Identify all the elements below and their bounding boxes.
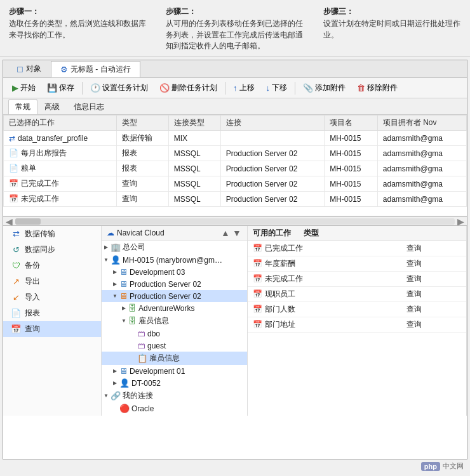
sidebar-item-query[interactable]: 📅 查询 [3, 321, 101, 337]
sub-tab-advanced[interactable]: 高级 [37, 99, 67, 114]
avail-icon-5: 📅 [253, 320, 262, 329]
toggle-0[interactable] [102, 243, 111, 252]
tree-node-5[interactable]: 🗄 AdventureWorks [102, 302, 247, 314]
save-label: 保存 [59, 83, 74, 93]
available-row-1[interactable]: 📅年度薪酬 查询 [248, 256, 466, 272]
task-row-icon: ⇄ [9, 134, 15, 143]
tree-node-icon-8: 🗃 [137, 341, 145, 350]
tree-node-11[interactable]: 👤 DT-0052 [102, 377, 247, 389]
table-row[interactable]: 📅未完成工作 查询 MSSQL Production Server 02 MH-… [4, 192, 467, 207]
avail-name-4: 📅部门人数 [248, 302, 401, 317]
scroll-thumb[interactable] [15, 218, 41, 225]
tree-node-4[interactable]: 🖥 Production Server 02 [102, 290, 247, 302]
task-name-cell: 📄粮单 [4, 161, 117, 176]
task-table: 已选择的工作 类型 连接类型 连接 项目名 项目拥有者 Nov ⇄data_tr… [3, 115, 467, 207]
set-schedule-button[interactable]: 🕐 设置任务计划 [85, 80, 153, 96]
tree-node-8[interactable]: 🗃 guest [102, 340, 247, 352]
available-row-5[interactable]: 📅部门地址 查询 [248, 317, 466, 333]
tab-autorun[interactable]: ⚙ 无标题 - 自动运行 [51, 61, 140, 77]
tree-node-12[interactable]: 🔗 我的连接 [102, 389, 247, 402]
task-table-area[interactable]: 已选择的工作 类型 连接类型 连接 项目名 项目拥有者 Nov ⇄data_tr… [3, 115, 467, 216]
move-up-button[interactable]: ↑ 上移 [228, 80, 260, 96]
tree-node-0[interactable]: 🏢 总公司 [102, 241, 247, 254]
task-proj-cell: MH-0015 [325, 146, 378, 161]
objects-icon: ◻ [17, 64, 24, 74]
tree-node-6[interactable]: 🗄 雇员信息 [102, 314, 247, 327]
add-attach-button[interactable]: 📎 添加附件 [298, 80, 351, 96]
toggle-2[interactable] [111, 268, 119, 277]
toggle-11[interactable] [111, 379, 119, 388]
tree-node-9[interactable]: 📋 雇员信息 [102, 352, 247, 365]
sidebar-label-data-sync: 数据同步 [25, 244, 55, 255]
tree-node-icon-2: 🖥 [119, 267, 128, 277]
tree-node-icon-5: 🗄 [128, 303, 137, 313]
table-row[interactable]: 📄每月出席报告 报表 MSSQL Production Server 02 MH… [4, 146, 467, 161]
toggle-1[interactable] [102, 256, 111, 265]
available-row-3[interactable]: 📅现职员工 查询 [248, 287, 466, 302]
sidebar-item-import[interactable]: ↙ 导入 [3, 289, 101, 305]
task-row-icon: 📅 [9, 194, 18, 203]
tree-node-label-1: MH-0015 (marybrown@gm… [123, 256, 247, 265]
task-owner-cell: adamsmith@gma [377, 131, 466, 146]
tree-node-2[interactable]: 🖥 Development 03 [102, 266, 247, 278]
sidebar-icon-data-transfer: ⇄ [11, 229, 21, 239]
bottom-panel: ⇄ 数据传输 ↺ 数据同步 🛡 备份 ↗ 导出 ↙ 导入 📄 报表 📅 查询 ☁… [3, 225, 467, 416]
available-row-4[interactable]: 📅部门人数 查询 [248, 302, 466, 317]
tree-node-10[interactable]: 🖥 Development 01 [102, 365, 247, 377]
avail-type-0: 查询 [401, 241, 466, 256]
available-table: 📅已完成工作 查询 📅年度薪酬 查询 📅未完成工作 查询 📅现职员工 查询 📅部… [248, 241, 466, 333]
tree-node-7[interactable]: 🗃 dbo [102, 327, 247, 340]
tree-node-icon-13: 🔴 [119, 404, 130, 413]
step-2-desc: 从可用的任务列表移动任务到已选择的任务列表，并设置在工作完成后传送电邮通知到指定… [166, 18, 304, 51]
sub-tab-log[interactable]: 信息日志 [67, 99, 111, 114]
table-row[interactable]: ⇄data_transfer_profile 数据传输 MIX MH-0015 … [4, 131, 467, 146]
toggle-10[interactable] [111, 367, 119, 376]
toggle-12[interactable] [102, 392, 111, 400]
tab-objects-label: 对象 [26, 63, 41, 74]
move-up-label: 上移 [239, 83, 255, 93]
del-schedule-button[interactable]: 🚫 删除任务计划 [154, 80, 222, 96]
available-row-0[interactable]: 📅已完成工作 查询 [248, 241, 466, 256]
sidebar-item-backup[interactable]: 🛡 备份 [3, 258, 101, 274]
sidebar-item-data-sync[interactable]: ↺ 数据同步 [3, 242, 101, 258]
toggle-6[interactable] [119, 317, 128, 326]
save-button[interactable]: 💾 保存 [42, 80, 79, 96]
task-type-cell: 数据传输 [116, 131, 168, 146]
sidebar-item-report[interactable]: 📄 报表 [3, 305, 101, 321]
main-window: ◻ 对象 ⚙ 无标题 - 自动运行 ▶ 开始 💾 保存 🕐 设置任务计划 [3, 60, 467, 459]
php-badge: php [421, 462, 440, 471]
tree-node-3[interactable]: 🖥 Production Server 02 [102, 278, 247, 290]
task-row-icon: 📄 [9, 149, 18, 157]
tree-panel: ☁ Navicat Cloud ▲ ▼ 🏢 总公司 👤 MH-0015 (mar… [102, 226, 248, 416]
del-schedule-label: 删除任务计划 [171, 83, 217, 93]
table-row[interactable]: 📄粮单 报表 MSSQL Production Server 02 MH-001… [4, 161, 467, 176]
move-down-button[interactable]: ↓ 下移 [261, 80, 293, 96]
tab-objects[interactable]: ◻ 对象 [7, 61, 51, 77]
move-up-icon: ↑ [233, 83, 238, 93]
available-col-type: 类型 [304, 228, 319, 239]
tree-node-1[interactable]: 👤 MH-0015 (marybrown@gm… [102, 254, 247, 266]
table-row[interactable]: 📅已完成工作 查询 MSSQL Production Server 02 MH-… [4, 176, 467, 192]
available-row-2[interactable]: 📅未完成工作 查询 [248, 272, 466, 287]
toggle-4[interactable] [111, 292, 119, 301]
start-label: 开始 [20, 83, 36, 93]
task-proj-cell: MH-0015 [325, 131, 378, 146]
toggle-5[interactable] [119, 304, 128, 313]
sidebar-item-export[interactable]: ↗ 导出 [3, 274, 101, 289]
remove-attach-button[interactable]: 🗑 移除附件 [352, 80, 403, 96]
task-row-icon: 📄 [9, 164, 18, 173]
tree-scroll-down[interactable]: ▼ [232, 228, 242, 238]
tree-node-13[interactable]: 🔴 Oracle [102, 402, 247, 414]
th-type: 类型 [116, 116, 168, 131]
start-button[interactable]: ▶ 开始 [7, 80, 41, 96]
toggle-3[interactable] [111, 280, 119, 289]
avail-type-3: 查询 [401, 287, 466, 302]
sidebar-item-data-transfer[interactable]: ⇄ 数据传输 [3, 226, 101, 242]
sub-tab-general[interactable]: 常规 [8, 99, 37, 114]
th-conn: 连接 [220, 116, 325, 131]
task-conn-cell [220, 131, 325, 146]
horizontal-scrollbar[interactable]: ◀ ▶ [3, 216, 467, 225]
tree-scroll-up[interactable]: ▲ [220, 228, 231, 238]
task-conntype-cell: MSSQL [168, 146, 220, 161]
avail-name-5: 📅部门地址 [248, 317, 401, 333]
